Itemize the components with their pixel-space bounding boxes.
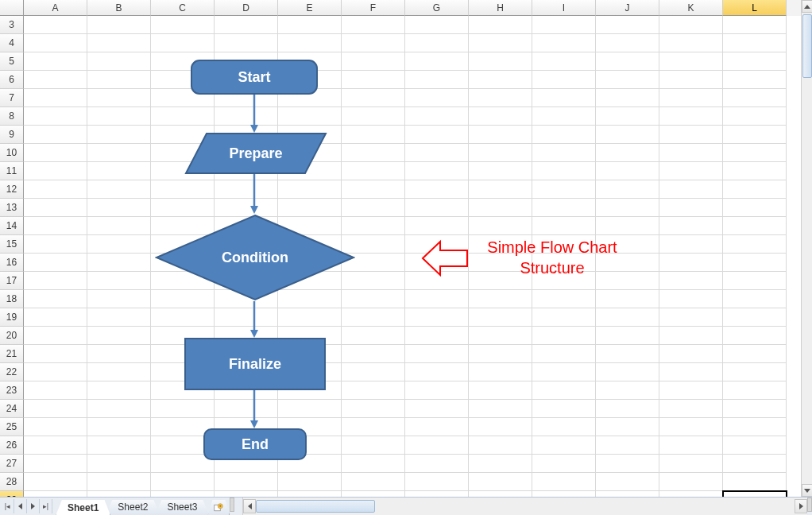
cell-L23[interactable] — [723, 381, 787, 400]
cell-A4[interactable] — [24, 34, 87, 52]
cell-F4[interactable] — [342, 34, 405, 52]
scroll-left-button[interactable] — [243, 499, 256, 513]
cell-H6[interactable] — [469, 71, 532, 89]
cell-D19[interactable] — [215, 308, 278, 327]
cell-B27[interactable] — [87, 455, 151, 473]
cell-L5[interactable] — [723, 52, 787, 71]
cell-J10[interactable] — [596, 144, 659, 162]
cell-B21[interactable] — [87, 345, 151, 363]
cell-F23[interactable] — [342, 381, 405, 400]
cell-A20[interactable] — [24, 327, 87, 345]
new-sheet-button[interactable] — [207, 500, 230, 515]
cell-F26[interactable] — [342, 436, 405, 455]
tab-nav-last[interactable]: ▸| — [40, 499, 52, 513]
flowchart-condition-shape[interactable]: Condition — [155, 214, 355, 301]
cell-F7[interactable] — [342, 89, 405, 107]
cell-H17[interactable] — [469, 272, 532, 290]
cell-A24[interactable] — [24, 400, 87, 418]
row-header-17[interactable]: 17 — [0, 272, 24, 290]
cell-K6[interactable] — [659, 71, 723, 89]
vertical-scrollbar[interactable] — [801, 0, 812, 497]
cell-G8[interactable] — [405, 107, 469, 126]
cell-L19[interactable] — [723, 308, 787, 327]
cell-G10[interactable] — [405, 144, 469, 162]
cell-B9[interactable] — [87, 126, 151, 144]
cell-F29[interactable] — [342, 491, 405, 497]
cell-C19[interactable] — [151, 308, 215, 327]
cell-I14[interactable] — [532, 217, 596, 235]
cell-H4[interactable] — [469, 34, 532, 52]
cell-B10[interactable] — [87, 144, 151, 162]
hscroll-split-handle[interactable] — [807, 498, 812, 512]
cell-F10[interactable] — [342, 144, 405, 162]
cell-I6[interactable] — [532, 71, 596, 89]
cell-K17[interactable] — [659, 272, 723, 290]
cell-C3[interactable] — [151, 16, 215, 34]
cell-H27[interactable] — [469, 455, 532, 473]
cell-L3[interactable] — [723, 16, 787, 34]
cell-I16[interactable] — [532, 254, 596, 272]
cell-K24[interactable] — [659, 400, 723, 418]
cell-L9[interactable] — [723, 126, 787, 144]
cell-C29[interactable] — [151, 491, 215, 497]
cell-L7[interactable] — [723, 89, 787, 107]
cell-I5[interactable] — [532, 52, 596, 71]
cell-D28[interactable] — [215, 473, 278, 491]
cell-J28[interactable] — [596, 473, 659, 491]
cell-I9[interactable] — [532, 126, 596, 144]
cell-F25[interactable] — [342, 418, 405, 436]
cell-I24[interactable] — [532, 400, 596, 418]
cell-K19[interactable] — [659, 308, 723, 327]
cell-J25[interactable] — [596, 418, 659, 436]
cell-D8[interactable] — [215, 107, 278, 126]
cell-A14[interactable] — [24, 217, 87, 235]
row-header-21[interactable]: 21 — [0, 345, 24, 363]
cell-E8[interactable] — [278, 107, 342, 126]
row-header-7[interactable]: 7 — [0, 89, 24, 107]
cell-L22[interactable] — [723, 363, 787, 381]
cell-F11[interactable] — [342, 162, 405, 180]
cell-L16[interactable] — [723, 254, 787, 272]
cell-I21[interactable] — [532, 345, 596, 363]
cell-A17[interactable] — [24, 272, 87, 290]
tab-nav-first[interactable]: |◂ — [2, 499, 14, 513]
cell-I23[interactable] — [532, 381, 596, 400]
cell-J8[interactable] — [596, 107, 659, 126]
cell-G6[interactable] — [405, 71, 469, 89]
cell-F8[interactable] — [342, 107, 405, 126]
row-header-13[interactable]: 13 — [0, 199, 24, 217]
row-header-11[interactable]: 11 — [0, 162, 24, 180]
cell-K9[interactable] — [659, 126, 723, 144]
cell-B26[interactable] — [87, 436, 151, 455]
cell-I15[interactable] — [532, 235, 596, 254]
scroll-up-button[interactable] — [802, 0, 812, 13]
cell-F19[interactable] — [342, 308, 405, 327]
cell-A23[interactable] — [24, 381, 87, 400]
cell-H11[interactable] — [469, 162, 532, 180]
cell-E24[interactable] — [278, 400, 342, 418]
row-header-23[interactable]: 23 — [0, 381, 24, 400]
cell-H5[interactable] — [469, 52, 532, 71]
cell-I19[interactable] — [532, 308, 596, 327]
cell-F22[interactable] — [342, 363, 405, 381]
cell-L28[interactable] — [723, 473, 787, 491]
flowchart-arrow-4[interactable] — [250, 390, 258, 428]
cell-G26[interactable] — [405, 436, 469, 455]
cell-I11[interactable] — [532, 162, 596, 180]
cell-F6[interactable] — [342, 71, 405, 89]
cell-I17[interactable] — [532, 272, 596, 290]
cell-A21[interactable] — [24, 345, 87, 363]
cell-H23[interactable] — [469, 381, 532, 400]
cell-H8[interactable] — [469, 107, 532, 126]
cell-G4[interactable] — [405, 34, 469, 52]
flowchart-arrow-2[interactable] — [250, 174, 258, 214]
cell-G7[interactable] — [405, 89, 469, 107]
cell-G29[interactable] — [405, 491, 469, 497]
cell-B11[interactable] — [87, 162, 151, 180]
cell-B24[interactable] — [87, 400, 151, 418]
cell-K22[interactable] — [659, 363, 723, 381]
cell-B12[interactable] — [87, 180, 151, 199]
row-header-4[interactable]: 4 — [0, 34, 24, 52]
cell-I26[interactable] — [532, 436, 596, 455]
sheet-tab-sheet1[interactable]: Sheet1 — [56, 500, 110, 515]
